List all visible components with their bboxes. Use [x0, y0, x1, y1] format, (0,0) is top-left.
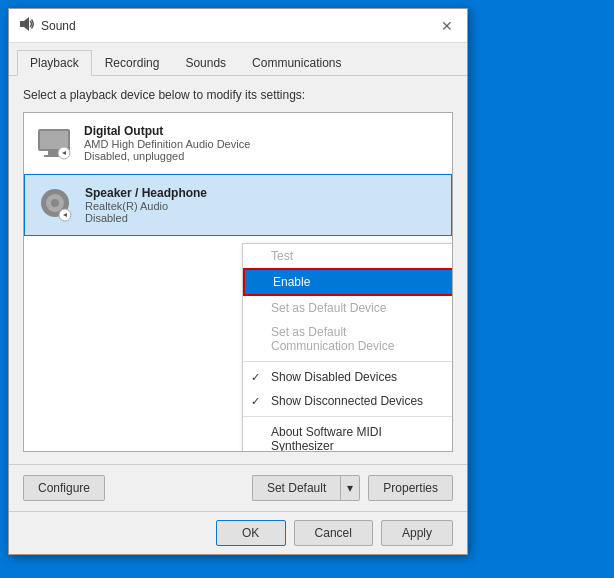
svg-rect-0	[20, 21, 24, 27]
show-disabled-label: Show Disabled Devices	[271, 370, 397, 384]
set-default-comm-label: Set as Default Communication Device	[271, 325, 433, 353]
window-title: Sound	[41, 19, 76, 33]
dialog-buttons: OK Cancel Apply	[9, 511, 467, 554]
tab-sounds[interactable]: Sounds	[172, 50, 239, 76]
close-button[interactable]: ✕	[435, 14, 459, 38]
bottom-bar: Configure Set Default ▾ Properties	[9, 464, 467, 511]
device-info-speaker: Speaker / Headphone Realtek(R) Audio Dis…	[85, 186, 441, 224]
context-menu-set-default-comm[interactable]: Set as Default Communication Device	[243, 320, 453, 358]
context-menu-about-midi[interactable]: About Software MIDI Synthesizer	[243, 420, 453, 452]
tabs-bar: Playback Recording Sounds Communications	[9, 43, 467, 76]
device-info-digital-output: Digital Output AMD High Definition Audio…	[84, 124, 442, 162]
device-icon-monitor	[34, 123, 74, 163]
set-default-group: Set Default ▾	[252, 475, 360, 501]
device-item-digital-output[interactable]: Digital Output AMD High Definition Audio…	[24, 113, 452, 174]
tab-playback[interactable]: Playback	[17, 50, 92, 76]
separator-1	[243, 361, 453, 362]
device-list[interactable]: Digital Output AMD High Definition Audio…	[23, 112, 453, 452]
ok-button[interactable]: OK	[216, 520, 286, 546]
context-menu-set-default[interactable]: Set as Default Device	[243, 296, 453, 320]
device-status: Disabled, unplugged	[84, 150, 442, 162]
cancel-button[interactable]: Cancel	[294, 520, 373, 546]
device-status: Disabled	[85, 212, 441, 224]
set-default-button[interactable]: Set Default	[252, 475, 340, 501]
device-item-speaker-headphone[interactable]: Speaker / Headphone Realtek(R) Audio Dis…	[24, 174, 452, 236]
context-menu-test[interactable]: Test	[243, 244, 453, 268]
properties-button[interactable]: Properties	[368, 475, 453, 501]
configure-button[interactable]: Configure	[23, 475, 105, 501]
main-content: Select a playback device below to modify…	[9, 76, 467, 464]
svg-marker-1	[24, 17, 29, 31]
svg-rect-3	[40, 131, 68, 149]
device-desc: Realtek(R) Audio	[85, 200, 441, 212]
about-midi-label: About Software MIDI Synthesizer	[271, 425, 433, 452]
svg-point-10	[51, 199, 59, 207]
titlebar: Sound ✕	[9, 9, 467, 43]
apply-button[interactable]: Apply	[381, 520, 453, 546]
context-menu-show-disabled[interactable]: ✓ Show Disabled Devices	[243, 365, 453, 389]
check-icon-disabled: ✓	[251, 371, 260, 384]
device-name: Digital Output	[84, 124, 442, 138]
show-disconnected-label: Show Disconnected Devices	[271, 394, 423, 408]
speaker-icon	[19, 16, 35, 35]
tab-recording[interactable]: Recording	[92, 50, 173, 76]
enable-label: Enable	[273, 275, 310, 289]
set-default-dropdown[interactable]: ▾	[340, 475, 360, 501]
tab-communications[interactable]: Communications	[239, 50, 354, 76]
context-menu-enable[interactable]: Enable	[243, 268, 453, 296]
device-desc: AMD High Definition Audio Device	[84, 138, 442, 150]
check-icon-disconnected: ✓	[251, 395, 260, 408]
test-label: Test	[271, 249, 293, 263]
context-menu-show-disconnected[interactable]: ✓ Show Disconnected Devices	[243, 389, 453, 413]
context-menu: Test Enable Set as Default Device Set as…	[242, 243, 453, 452]
separator-2	[243, 416, 453, 417]
titlebar-left: Sound	[19, 16, 76, 35]
device-icon-speaker	[35, 185, 75, 225]
device-name: Speaker / Headphone	[85, 186, 441, 200]
set-default-label: Set as Default Device	[271, 301, 386, 315]
sound-dialog: Sound ✕ Playback Recording Sounds Commun…	[8, 8, 468, 555]
content-description: Select a playback device below to modify…	[23, 88, 453, 102]
